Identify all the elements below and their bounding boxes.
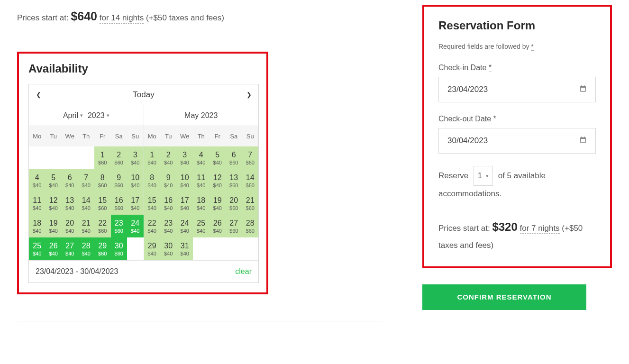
calendar-day[interactable]: 11$40 <box>193 169 210 192</box>
checkin-value: 23/04/2023 <box>447 85 488 94</box>
calendar-day[interactable]: 21$40 <box>78 215 95 237</box>
calendar-prev-button[interactable]: ❮ <box>29 84 48 105</box>
chevron-down-icon: ▾ <box>80 112 83 118</box>
calendar-footer: 23/04/2023 - 30/04/2023 clear <box>29 260 258 282</box>
confirm-reservation-button[interactable]: CONFIRM RESERVATION <box>422 284 586 310</box>
calendar-day[interactable]: 19$40 <box>210 192 226 215</box>
chevron-down-icon: ▾ <box>486 171 489 181</box>
checkout-input[interactable]: 30/04/2023 <box>438 128 596 154</box>
calendar-day[interactable]: 14$60 <box>242 169 259 192</box>
calendar-day[interactable]: 27$60 <box>226 215 242 237</box>
calendar-day[interactable]: 5$40 <box>210 146 226 169</box>
calendar-day[interactable]: 8$60 <box>94 169 111 192</box>
calendar-day[interactable]: 11$40 <box>29 192 46 215</box>
year-select[interactable]: 2023 ▾ <box>88 111 109 120</box>
calendar-day[interactable]: 31$40 <box>177 237 193 260</box>
month-select[interactable]: April ▾ <box>63 111 83 120</box>
calendar-day[interactable]: 3$40 <box>127 146 144 169</box>
calendar-day[interactable]: 30$40 <box>160 237 177 260</box>
calendar-day[interactable]: 25$40 <box>193 215 210 237</box>
calendar-day-number: 12 <box>213 174 222 182</box>
calendar-day[interactable]: 8$40 <box>144 169 161 192</box>
calendar-day[interactable]: 26$40 <box>210 215 226 237</box>
calendar-day[interactable]: 28$60 <box>242 215 259 237</box>
calendar-day[interactable]: 24$40 <box>127 215 144 237</box>
calendar-day[interactable]: 13$60 <box>226 169 242 192</box>
checkin-input[interactable]: 23/04/2023 <box>438 77 596 102</box>
calendar-dow: Su <box>242 126 259 146</box>
calendar-day[interactable]: 2$40 <box>160 146 177 169</box>
calendar-day-number: 3 <box>182 151 187 159</box>
calendar-day-number: 8 <box>150 174 154 182</box>
calendar-day[interactable]: 6$60 <box>226 146 242 169</box>
calendar-day-number: 9 <box>166 174 171 182</box>
calendar-day-number: 8 <box>100 174 105 182</box>
calendar-day-price: $40 <box>49 205 58 211</box>
calendar-day[interactable]: 13$40 <box>62 192 78 215</box>
calendar-day[interactable]: 10$40 <box>177 169 193 192</box>
calendar-day-price: $40 <box>82 251 91 256</box>
calendar-day[interactable]: 10$40 <box>127 169 144 192</box>
calendar-day-number: 22 <box>98 219 107 227</box>
calendar-day[interactable]: 27$40 <box>62 237 78 260</box>
calendar-day[interactable]: 23$60 <box>111 215 128 237</box>
calendar-day-number: 23 <box>115 219 123 227</box>
calendar-day[interactable]: 2$60 <box>111 146 128 169</box>
calendar-day[interactable]: 30$60 <box>111 237 128 260</box>
calendar-month-right: May 2023 MoTuWeThFrSaSu 1$402$403$404$40… <box>144 105 259 260</box>
calendar-day[interactable]: 23$40 <box>160 215 177 237</box>
reserve-qty-select[interactable]: 1 ▾ <box>474 166 493 186</box>
calendar-day-price: $40 <box>65 228 74 234</box>
calendar-day[interactable]: 15$40 <box>144 192 161 215</box>
calendar-day[interactable]: 28$40 <box>78 237 95 260</box>
calendar-day[interactable]: 12$40 <box>46 192 62 215</box>
calendar-day-number: 10 <box>181 174 189 182</box>
calendar-day[interactable]: 17$40 <box>127 192 144 215</box>
calendar-day[interactable]: 20$60 <box>226 192 242 215</box>
calendar-day[interactable]: 12$40 <box>210 169 226 192</box>
calendar-day[interactable]: 7$60 <box>242 146 259 169</box>
selected-range-text: 23/04/2023 - 30/04/2023 <box>36 267 118 276</box>
calendar-day[interactable]: 5$40 <box>46 169 62 192</box>
calendar-day[interactable]: 18$40 <box>193 192 210 215</box>
calendar-day[interactable]: 29$40 <box>144 237 161 260</box>
calendar-day[interactable]: 29$60 <box>94 237 111 260</box>
calendar-day[interactable]: 22$40 <box>144 215 161 237</box>
calendar-day[interactable]: 22$60 <box>94 215 111 237</box>
calendar-day[interactable]: 6$40 <box>62 169 78 192</box>
calendar-day[interactable]: 18$40 <box>29 215 46 237</box>
calendar-month-left: April ▾ 2023 ▾ MoTuWeThFrSaSu 1$602$603$… <box>29 105 144 260</box>
calendar-day[interactable]: 7$40 <box>78 169 95 192</box>
calendar-day[interactable]: 4$40 <box>29 169 46 192</box>
calendar-day-number: 9 <box>117 174 121 182</box>
calendar-day-price: $40 <box>197 182 205 188</box>
calendar-day[interactable]: 3$40 <box>177 146 193 169</box>
calendar-day[interactable]: 17$40 <box>177 192 193 215</box>
calendar-day[interactable]: 26$40 <box>46 237 62 260</box>
calendar-day[interactable]: 9$40 <box>160 169 177 192</box>
calendar-day[interactable]: 19$40 <box>46 215 62 237</box>
calendar-day-price: $60 <box>229 182 238 188</box>
calendar-today-label[interactable]: Today <box>133 90 154 100</box>
calendar-day-number: 7 <box>84 174 88 182</box>
calendar-day[interactable]: 1$40 <box>144 146 161 169</box>
calendar-day[interactable]: 4$40 <box>193 146 210 169</box>
calendar-day[interactable]: 9$60 <box>111 169 128 192</box>
calendar-day[interactable]: 16$40 <box>160 192 177 215</box>
calendar-day[interactable]: 1$60 <box>94 146 111 169</box>
calendar-day-number: 17 <box>131 197 139 204</box>
calendar-cell-empty <box>193 237 210 260</box>
clear-button[interactable]: clear <box>235 267 252 276</box>
calendar-day-price: $60 <box>246 182 255 188</box>
calendar-day[interactable]: 14$40 <box>78 192 95 215</box>
calendar-day[interactable]: 16$60 <box>111 192 128 215</box>
calendar-day[interactable]: 25$40 <box>29 237 46 260</box>
calendar-day[interactable]: 15$60 <box>94 192 111 215</box>
form-price-line: Prices start at: $320 for 7 nights (+$50… <box>438 216 596 253</box>
calendar-day-price: $40 <box>33 251 41 256</box>
calendar-day[interactable]: 21$60 <box>242 192 259 215</box>
calendar-day[interactable]: 24$40 <box>177 215 193 237</box>
divider <box>17 321 382 321</box>
calendar-next-button[interactable]: ❯ <box>239 84 258 105</box>
calendar-day[interactable]: 20$40 <box>62 215 78 237</box>
